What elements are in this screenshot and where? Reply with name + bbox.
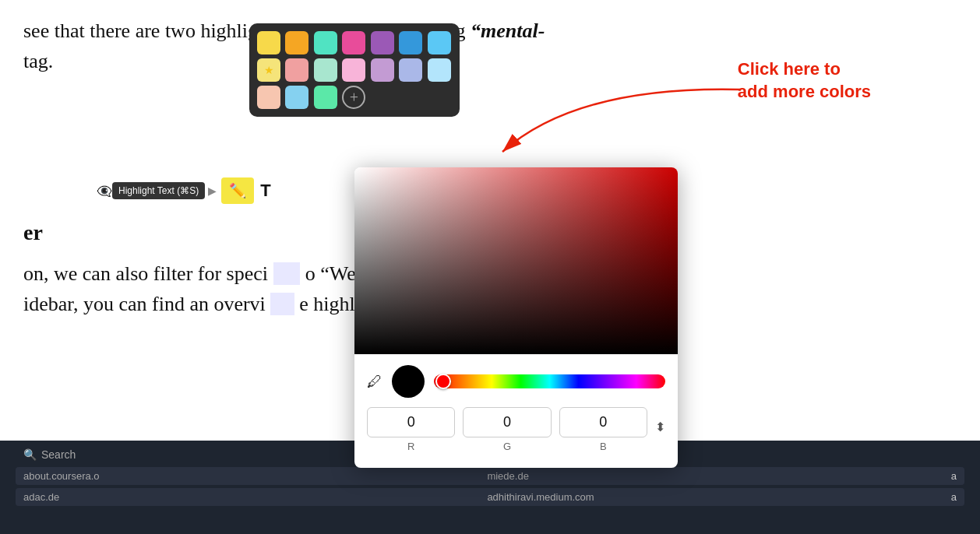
color-preview — [392, 365, 425, 398]
b-field: B — [559, 407, 647, 452]
table-row: adac.de adhithiravi.medium.com a — [16, 488, 964, 506]
arrow-right-icon: ▶ — [208, 184, 217, 198]
g-label: G — [503, 441, 511, 452]
highlight-tooltip: Highlight Text (⌘S) — [112, 182, 205, 199]
row-suffix-1: a — [951, 470, 957, 482]
swatch-pink[interactable] — [342, 31, 365, 54]
hue-thumb — [435, 374, 451, 389]
stepper-col: ⬍ — [655, 407, 665, 452]
swatch-skyblue[interactable] — [428, 31, 451, 54]
swatch-peach[interactable] — [257, 86, 280, 109]
picker-controls: 🖊 — [354, 354, 678, 398]
search-placeholder: Search — [41, 448, 76, 461]
r-label: R — [407, 441, 414, 452]
table-rows: about.coursera.o miede.de a adac.de adhi… — [16, 467, 964, 506]
b-label: B — [600, 441, 607, 452]
swatch-purple[interactable] — [371, 31, 394, 54]
search-icon: 🔍 — [23, 448, 37, 461]
hue-slider[interactable] — [434, 374, 665, 388]
swatch-yellow[interactable] — [257, 31, 280, 54]
domain-right-1: miede.de — [487, 470, 935, 482]
highlighter-icon: ✏️ — [229, 182, 246, 199]
rgb-inputs: R G B ⬍ — [354, 398, 678, 452]
swatch-mint[interactable] — [314, 58, 337, 82]
gradient-canvas[interactable] — [354, 167, 678, 354]
swatch-light-yellow[interactable] — [257, 58, 280, 82]
color-palette-popup: + — [249, 23, 460, 117]
swatch-light-blue[interactable] — [428, 58, 451, 82]
gradient-bg — [354, 167, 678, 354]
g-input[interactable] — [463, 407, 551, 437]
eyedropper-button[interactable]: 🖊 — [367, 373, 382, 391]
swatch-green[interactable] — [314, 86, 337, 109]
swatch-cyan[interactable] — [285, 86, 308, 109]
bg-line1: see that there are two highlight with th… — [23, 16, 957, 46]
text-button[interactable]: T — [260, 181, 270, 201]
b-input[interactable] — [559, 407, 647, 437]
highlight-toolbar: 👁️‍🗨️ Highlight Text (⌘S) ▶ ✏️ T — [93, 177, 271, 204]
swatch-rose[interactable] — [342, 58, 365, 82]
stepper-arrows[interactable]: ⬍ — [655, 420, 665, 434]
swatch-orange[interactable] — [285, 31, 308, 54]
domain-right-2: adhithiravi.medium.com — [487, 491, 935, 503]
g-field: G — [463, 407, 551, 452]
swatch-salmon[interactable] — [285, 58, 308, 82]
color-picker-dialog: 🖊 R G B ⬍ — [354, 167, 678, 468]
highlighter-button[interactable]: ✏️ — [221, 177, 254, 204]
swatch-teal[interactable] — [314, 31, 337, 54]
swatch-periwinkle[interactable] — [399, 58, 422, 82]
click-here-annotation: Click here to add more colors — [738, 58, 871, 103]
swatch-lavender[interactable] — [371, 58, 394, 82]
r-input[interactable] — [367, 407, 455, 437]
swatch-add[interactable]: + — [342, 86, 365, 109]
r-field: R — [367, 407, 455, 452]
domain-left-2: adac.de — [23, 491, 471, 503]
eye-icon: 👁️‍🗨️ — [97, 184, 112, 198]
table-row: about.coursera.o miede.de a — [16, 467, 964, 485]
row-suffix-2: a — [951, 491, 957, 503]
palette-grid: + — [257, 31, 452, 109]
swatch-blue[interactable] — [399, 31, 422, 54]
domain-left-1: about.coursera.o — [23, 470, 471, 482]
eyedropper-icon: 🖊 — [367, 373, 382, 390]
